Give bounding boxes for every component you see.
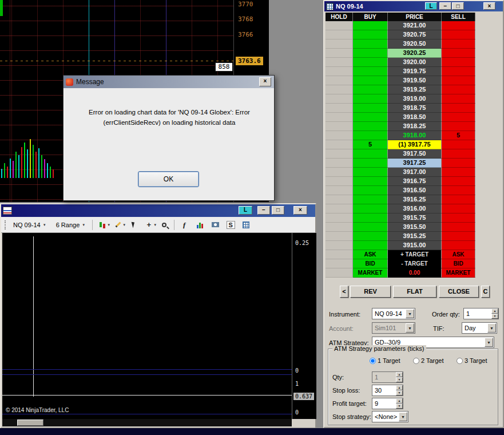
hold-cell[interactable] — [326, 250, 353, 259]
link-button[interactable]: L — [239, 206, 252, 215]
sell-cell[interactable] — [442, 168, 475, 177]
maximize-icon[interactable]: □ — [272, 206, 284, 215]
hold-cell[interactable] — [326, 140, 353, 149]
hold-cell[interactable] — [326, 122, 353, 131]
buy-cell[interactable] — [353, 21, 388, 30]
buy-cell[interactable] — [353, 58, 388, 67]
hold-cell[interactable] — [326, 21, 353, 30]
price-cell[interactable]: 3916.00 — [388, 204, 442, 213]
reverse-button[interactable]: REV — [350, 286, 391, 298]
hold-cell[interactable] — [326, 223, 353, 232]
buy-cell[interactable] — [353, 241, 388, 250]
spinner-down-icon[interactable]: ▼ — [396, 404, 403, 409]
hold-cell[interactable] — [326, 186, 353, 195]
sell-cell[interactable] — [442, 104, 475, 113]
hold-cell[interactable] — [326, 204, 353, 213]
buy-cell[interactable] — [353, 67, 388, 76]
chevron-down-icon[interactable]: ▼ — [485, 338, 493, 347]
zoom-icon[interactable] — [158, 219, 170, 231]
maximize-icon[interactable]: □ — [452, 2, 464, 10]
price-cell[interactable]: 3918.25 — [388, 122, 442, 131]
data-series-icon[interactable] — [194, 219, 205, 231]
hold-cell[interactable] — [326, 58, 353, 67]
price-cell[interactable]: 3921.00 — [388, 21, 442, 30]
sell-cell[interactable] — [442, 85, 475, 94]
buy-cell[interactable] — [353, 131, 388, 140]
price-cell[interactable]: 3917.25 — [388, 159, 442, 168]
chart-area[interactable]: © 2014 NinjaTrader, LLC 0.25 0 1 0.637 0 — [2, 233, 316, 419]
buy-cell[interactable] — [353, 168, 388, 177]
hold-cell[interactable] — [326, 177, 353, 186]
buy-cell[interactable] — [353, 195, 388, 204]
price-cell[interactable]: 3915.75 — [388, 213, 442, 223]
sell-cell[interactable] — [442, 113, 475, 122]
sell-cell[interactable]: MARKET — [442, 268, 475, 278]
hold-cell[interactable] — [326, 94, 353, 104]
radio-input[interactable] — [457, 358, 463, 364]
chevron-down-icon[interactable]: ▼ — [399, 412, 407, 421]
dialog-titlebar[interactable]: Message × — [64, 76, 274, 88]
pointer-icon[interactable] — [128, 219, 139, 231]
sell-cell[interactable] — [442, 177, 475, 186]
spinner-down-icon[interactable]: ▼ — [396, 390, 403, 396]
sell-cell[interactable] — [442, 149, 475, 159]
snapshot-icon[interactable] — [209, 219, 221, 231]
buy-cell[interactable] — [353, 159, 388, 168]
buy-cell[interactable]: ASK — [353, 250, 388, 259]
price-cell[interactable]: 3916.50 — [388, 186, 442, 195]
chart-style-icon[interactable]: ▼ — [97, 219, 108, 231]
price-cell[interactable]: + TARGET — [388, 250, 442, 259]
interval-dropdown[interactable]: 6 Range ▼ — [53, 220, 89, 230]
price-cell[interactable]: 3920.00 — [388, 58, 442, 67]
spinner-up-icon[interactable]: ▲ — [491, 309, 498, 314]
price-cell[interactable]: 3920.25 — [388, 49, 442, 58]
buy-cell[interactable] — [353, 49, 388, 58]
price-cell[interactable]: 3916.25 — [388, 195, 442, 204]
buy-cell[interactable] — [353, 85, 388, 94]
sell-cell[interactable] — [442, 213, 475, 223]
close-position-button[interactable]: CLOSE — [439, 286, 479, 298]
grid-icon[interactable] — [240, 219, 252, 231]
sell-cell[interactable] — [442, 223, 475, 232]
price-cell[interactable]: 3917.00 — [388, 168, 442, 177]
sell-cell[interactable] — [442, 58, 475, 67]
instrument-dropdown[interactable]: NQ 09-14 ▼ — [10, 220, 49, 230]
chart-titlebar[interactable]: L − □ × — [1, 204, 315, 217]
sell-cell[interactable] — [442, 195, 475, 204]
minimize-icon[interactable]: − — [257, 206, 270, 215]
tif-select[interactable]: Day ▼ — [462, 322, 497, 334]
hold-cell[interactable] — [326, 168, 353, 177]
buy-cell[interactable] — [353, 76, 388, 85]
order-qty-field[interactable]: ▲▼ — [463, 308, 499, 319]
hold-cell[interactable] — [326, 39, 353, 49]
hold-cell[interactable] — [326, 30, 353, 39]
sell-cell[interactable] — [442, 232, 475, 241]
buy-cell[interactable]: 5 — [353, 140, 388, 149]
sell-cell[interactable]: ASK — [442, 250, 475, 259]
price-cell[interactable]: 3919.00 — [388, 94, 442, 104]
hold-cell[interactable] — [326, 195, 353, 204]
chart-plot[interactable]: © 2014 NinjaTrader, LLC — [2, 233, 292, 419]
price-cell[interactable]: (1) 3917.75 — [388, 140, 442, 149]
price-cell[interactable]: 3919.50 — [388, 76, 442, 85]
sell-cell[interactable] — [442, 122, 475, 131]
hold-cell[interactable] — [326, 113, 353, 122]
hold-cell[interactable] — [326, 159, 353, 168]
sell-cell[interactable] — [442, 76, 475, 85]
buy-cell[interactable] — [353, 232, 388, 241]
price-cell[interactable]: 3918.50 — [388, 113, 442, 122]
price-cell[interactable]: 3920.75 — [388, 30, 442, 39]
chevron-down-icon[interactable]: ▼ — [487, 323, 496, 333]
hold-cell[interactable] — [326, 149, 353, 159]
chart-price-axis[interactable]: 0.25 0 1 0.637 0 — [292, 233, 316, 419]
radio-3-target[interactable]: 3 Target — [457, 357, 487, 364]
sell-cell[interactable] — [442, 39, 475, 49]
buy-cell[interactable] — [353, 223, 388, 232]
scroll-left-button[interactable]: < — [340, 286, 348, 298]
hold-cell[interactable] — [326, 76, 353, 85]
buy-cell[interactable]: MARKET — [353, 268, 388, 278]
sell-cell[interactable]: 5 — [442, 131, 475, 140]
crosshair-icon[interactable]: + ▼ — [143, 219, 154, 231]
buy-cell[interactable] — [353, 186, 388, 195]
buy-cell[interactable] — [353, 104, 388, 113]
